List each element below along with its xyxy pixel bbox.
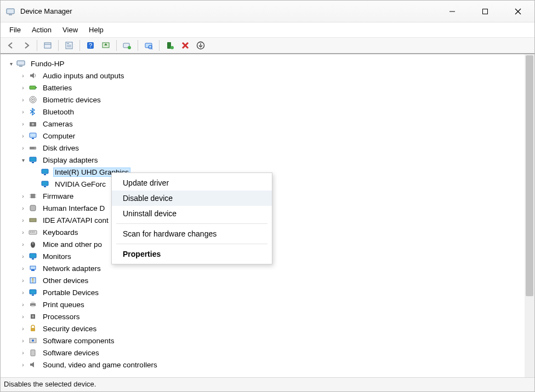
- tree-item-batteries[interactable]: › Batteries: [7, 82, 525, 94]
- tree-item-label: Audio inputs and outputs: [41, 71, 126, 80]
- context-menu-disable-device[interactable]: Disable device: [112, 191, 272, 206]
- context-menu: Update driver Disable device Uninstall d…: [111, 172, 272, 264]
- context-menu-uninstall-device[interactable]: Uninstall device: [112, 206, 272, 221]
- menu-help[interactable]: Help: [84, 25, 110, 35]
- tree-root-label: Fundo-HP: [29, 59, 66, 68]
- svg-rect-20: [167, 42, 171, 49]
- toolbar-scan-button[interactable]: [141, 39, 156, 52]
- tree-item-swdev[interactable]: › Software devices: [7, 347, 525, 359]
- scrollbar-thumb[interactable]: [526, 55, 533, 296]
- tree-item-display[interactable]: ▾ Display adapters: [7, 154, 525, 166]
- toolbar-back-button[interactable]: [4, 39, 18, 52]
- tree-item-swcomp[interactable]: › Software components: [7, 335, 525, 347]
- menubar: File Action View Help: [1, 22, 534, 38]
- toolbar-forward-button[interactable]: [19, 39, 33, 52]
- expander-icon[interactable]: ›: [19, 72, 27, 79]
- expander-icon[interactable]: ›: [19, 132, 27, 140]
- expander-icon[interactable]: ›: [19, 252, 27, 260]
- titlebar: Device Manager: [1, 1, 534, 22]
- toolbar-show-hidden-button[interactable]: [41, 39, 55, 52]
- window-buttons: [436, 1, 534, 22]
- context-menu-scan-hardware[interactable]: Scan for hardware changes: [112, 226, 272, 241]
- speaker-icon: [28, 360, 38, 370]
- tree-item-biometric[interactable]: › Biometric devices: [7, 94, 525, 106]
- menu-action[interactable]: Action: [27, 25, 58, 35]
- printer-icon: [28, 299, 38, 309]
- toolbar-action-button[interactable]: [193, 39, 208, 52]
- tree-item-computer[interactable]: › Computer: [7, 130, 525, 142]
- tree-item-audio[interactable]: › Audio inputs and outputs: [7, 70, 525, 82]
- expander-icon[interactable]: ›: [19, 276, 27, 284]
- tree-item-other[interactable]: › ! Other devices: [7, 274, 525, 286]
- expander-icon[interactable]: ›: [19, 108, 27, 116]
- menu-view[interactable]: View: [58, 25, 84, 35]
- toolbar-properties-button[interactable]: [62, 39, 76, 52]
- close-button[interactable]: [502, 1, 534, 22]
- svg-rect-70: [31, 328, 35, 331]
- device-tree[interactable]: ▾ Fundo-HP › Audio inputs and outputs › …: [1, 54, 525, 377]
- status-bar: Disables the selected device.: [1, 377, 534, 391]
- tree-item-label: NVIDIA GeForc: [53, 180, 107, 189]
- tree-item-label: Biometric devices: [41, 95, 103, 105]
- toolbar: ?: [1, 38, 534, 54]
- svg-rect-3: [483, 9, 488, 14]
- minimize-button[interactable]: [436, 1, 469, 22]
- svg-rect-67: [31, 305, 35, 307]
- toolbar-update-driver-button[interactable]: [99, 39, 113, 52]
- tree-item-print[interactable]: › Print queues: [7, 298, 525, 310]
- tree-item-label: Portable Devices: [41, 288, 100, 297]
- svg-rect-43: [44, 186, 46, 187]
- expander-icon[interactable]: ›: [19, 120, 27, 128]
- tree-root[interactable]: ▾ Fundo-HP: [7, 57, 525, 70]
- tree-item-portable[interactable]: › Portable Devices: [7, 286, 525, 298]
- tree-item-cameras[interactable]: › Cameras: [7, 118, 525, 130]
- expander-icon[interactable]: ›: [19, 240, 27, 248]
- status-text: Disables the selected device.: [4, 380, 96, 388]
- svg-point-31: [32, 99, 33, 100]
- camera-icon: [28, 119, 38, 129]
- svg-rect-9: [67, 43, 69, 44]
- tree-item-processors[interactable]: › Processors: [7, 310, 525, 322]
- expander-icon[interactable]: ›: [19, 349, 27, 356]
- battery-icon: [28, 83, 38, 93]
- tree-item-security[interactable]: › Security devices: [7, 322, 525, 335]
- expander-icon[interactable]: ›: [19, 204, 27, 212]
- keyboard-icon: [28, 227, 38, 237]
- toolbar-install-button[interactable]: [163, 39, 177, 52]
- vertical-scrollbar[interactable]: [525, 54, 534, 377]
- tree-item-label: Batteries: [41, 83, 73, 93]
- tree-item-label: Software components: [41, 336, 116, 345]
- expander-icon[interactable]: ▾: [7, 60, 15, 67]
- svg-rect-11: [67, 47, 71, 47]
- expander-icon[interactable]: ▾: [19, 156, 27, 164]
- expander-icon[interactable]: ›: [19, 228, 27, 236]
- expander-icon[interactable]: ›: [19, 216, 27, 224]
- monitor-icon: [40, 167, 50, 177]
- svg-rect-1: [9, 14, 12, 15]
- context-menu-separator: [116, 223, 268, 224]
- expander-icon[interactable]: ›: [19, 144, 27, 152]
- expander-icon[interactable]: ›: [19, 313, 27, 320]
- toolbar-delete-button[interactable]: [178, 39, 192, 52]
- tree-item-sound[interactable]: › Sound, video and game controllers: [7, 359, 525, 371]
- expander-icon[interactable]: ›: [19, 325, 27, 332]
- expander-icon[interactable]: ›: [19, 361, 27, 368]
- toolbar-uninstall-button[interactable]: [120, 39, 134, 52]
- expander-icon[interactable]: ›: [19, 264, 27, 272]
- svg-rect-6: [44, 43, 51, 48]
- expander-icon[interactable]: ›: [19, 337, 27, 344]
- expander-icon[interactable]: ›: [19, 301, 27, 308]
- context-menu-update-driver[interactable]: Update driver: [112, 175, 272, 191]
- expander-icon[interactable]: ›: [19, 96, 27, 103]
- expander-icon[interactable]: ›: [19, 192, 27, 200]
- tree-item-label: Firmware: [41, 192, 75, 201]
- expander-icon[interactable]: ›: [19, 289, 27, 296]
- expander-icon[interactable]: ›: [19, 84, 27, 91]
- tree-item-bluetooth[interactable]: › Bluetooth: [7, 106, 525, 118]
- menu-file[interactable]: File: [5, 25, 27, 35]
- svg-rect-58: [32, 258, 34, 260]
- context-menu-properties[interactable]: Properties: [112, 246, 272, 262]
- maximize-button[interactable]: [469, 1, 502, 22]
- tree-item-disk[interactable]: › Disk drives: [7, 142, 525, 154]
- toolbar-help-button[interactable]: ?: [83, 39, 98, 52]
